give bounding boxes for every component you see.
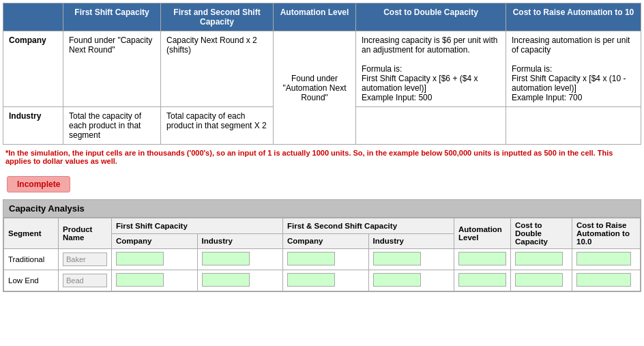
col-header-blank <box>3 3 63 31</box>
lowend-first-second-company <box>283 270 369 291</box>
industry-label: Industry <box>3 107 63 145</box>
trad-fsi-input[interactable] <box>202 252 250 265</box>
trad-costr-input[interactable] <box>576 252 631 265</box>
col-header-cost-raise: Cost to Raise Automation to 10 <box>506 3 641 31</box>
product-header: Product Name <box>59 218 112 249</box>
col-header-first-second: First and Second Shift Capacity <box>161 3 274 31</box>
traditional-product-input[interactable] <box>63 253 107 266</box>
col-header-cost-double: Cost to Double Capacity <box>356 3 506 31</box>
col-header-first-shift: First Shift Capacity <box>63 3 161 31</box>
trad-fssi-input[interactable] <box>373 252 421 265</box>
first-second-header: First & Second Shift Capacity <box>283 218 454 234</box>
company-label: Company <box>3 31 63 107</box>
traditional-first-second-industry <box>368 249 454 270</box>
capacity-title: Capacity Analysis <box>3 200 641 218</box>
trad-auto-input[interactable] <box>458 252 506 265</box>
traditional-automation <box>454 249 511 270</box>
lowend-first-shift-industry <box>197 270 283 291</box>
company-first-shift: Found under "Capacity Next Round" <box>63 31 161 107</box>
traditional-row: Traditional <box>4 249 641 270</box>
company-cost-double: Increasing capacity is $6 per unit with … <box>356 31 506 107</box>
traditional-cost-raise <box>572 249 641 270</box>
traditional-first-shift-industry <box>197 249 283 270</box>
automation-level-cell: Found under "Automation Next Round" <box>274 31 356 145</box>
lowend-first-shift-company <box>112 270 198 291</box>
low-fsi-input[interactable] <box>202 273 250 287</box>
low-costr-input[interactable] <box>576 273 631 287</box>
cost-double-header: Cost to Double Capacity <box>511 218 572 249</box>
low-fsc-input[interactable] <box>116 273 164 287</box>
first-shift-company-header: Company <box>112 233 198 249</box>
company-cost-raise: Increasing automation is per unit of cap… <box>506 31 641 107</box>
traditional-cost-double <box>511 249 572 270</box>
traditional-first-second-company <box>283 249 369 270</box>
seg-header: Segment <box>4 218 59 249</box>
automation-header: Automation Level <box>454 218 511 249</box>
note-table: *In the simulation, the input cells are … <box>3 145 641 169</box>
note-text: *In the simulation, the input cells are … <box>3 145 641 169</box>
cap-header-row-1: Segment Product Name First Shift Capacit… <box>4 218 641 234</box>
incomplete-button-wrapper: Incomplete <box>4 172 640 197</box>
trad-fssc-input[interactable] <box>287 252 335 265</box>
capacity-table: Segment Product Name First Shift Capacit… <box>3 218 641 291</box>
first-shift-industry-header: Industry <box>197 233 283 249</box>
traditional-segment: Traditional <box>4 249 59 270</box>
company-first-second: Capacity Next Round x 2 (shifts) <box>161 31 274 107</box>
reference-table: First Shift Capacity First and Second Sh… <box>3 3 641 145</box>
capacity-analysis-section: Capacity Analysis Segment Product Name F… <box>3 199 641 292</box>
first-shift-header: First Shift Capacity <box>112 218 283 234</box>
traditional-product-input-cell <box>59 249 112 270</box>
lowend-cost-double <box>511 270 572 291</box>
first-second-company-header: Company <box>283 233 369 249</box>
lowend-product-input-cell <box>59 270 112 291</box>
industry-first-shift: Total the capacity of each product in th… <box>63 107 161 145</box>
trad-fsc-input[interactable] <box>116 252 164 265</box>
traditional-first-shift-company <box>112 249 198 270</box>
company-row: Company Found under "Capacity Next Round… <box>3 31 641 107</box>
industry-first-second: Total capacity of each product in that s… <box>161 107 274 145</box>
first-second-industry-header: Industry <box>368 233 454 249</box>
industry-cost-double <box>356 107 506 145</box>
cost-raise-header: Cost to Raise Automation to 10.0 <box>572 218 641 249</box>
lowend-automation <box>454 270 511 291</box>
lowend-cost-raise <box>572 270 641 291</box>
lowend-segment: Low End <box>4 270 59 291</box>
lowend-row: Low End <box>4 270 641 291</box>
industry-cost-raise <box>506 107 641 145</box>
col-header-automation: Automation Level <box>274 3 356 31</box>
incomplete-button[interactable]: Incomplete <box>7 176 70 192</box>
low-fssi-input[interactable] <box>373 273 421 287</box>
lowend-product-input[interactable] <box>63 274 107 287</box>
lowend-first-second-industry <box>368 270 454 291</box>
low-fssc-input[interactable] <box>287 273 335 287</box>
low-auto-input[interactable] <box>458 273 506 287</box>
trad-costd-input[interactable] <box>515 252 563 265</box>
low-costd-input[interactable] <box>515 273 563 287</box>
